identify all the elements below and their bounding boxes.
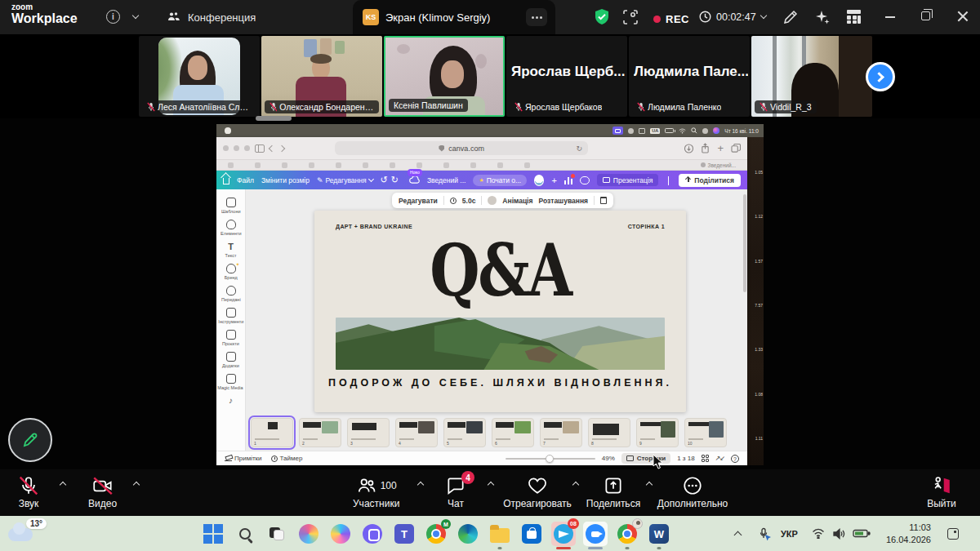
canva-file-menu[interactable]: Файл bbox=[237, 176, 254, 184]
video-tile-lyudmila[interactable]: Людмила Пале... Людмила Паленко bbox=[629, 36, 750, 117]
canva-resize-menu[interactable]: Змінити розмір bbox=[261, 176, 310, 184]
chrome-app[interactable]: M bbox=[424, 522, 448, 546]
copilot-app[interactable] bbox=[328, 522, 353, 546]
chat-options-chevron[interactable] bbox=[488, 482, 494, 488]
edit-button[interactable]: Редагувати bbox=[399, 197, 438, 205]
bookmark-favicon[interactable] bbox=[228, 162, 234, 168]
canva-editing-menu[interactable]: ✎ Редагування bbox=[317, 176, 373, 184]
new-tab-icon[interactable]: + bbox=[717, 142, 724, 154]
zoom-slider-knob[interactable] bbox=[546, 455, 554, 463]
react-button[interactable]: Отреагировать bbox=[500, 475, 575, 509]
tray-mic-icon[interactable] bbox=[758, 516, 771, 551]
undo-redo-icons[interactable]: ↺↻ bbox=[381, 175, 402, 185]
slide-caption[interactable]: ПОДОРОЖ ДО СЕБЕ. ШЛЯХИ ВІДНОВЛЕННЯ. bbox=[314, 377, 686, 389]
sidebar-item-uploads[interactable]: Передані bbox=[216, 284, 246, 304]
address-bar[interactable]: canva.com ↻ bbox=[335, 141, 588, 155]
slide-thumbnail[interactable]: 9 bbox=[636, 418, 679, 447]
slide-thumbnail[interactable]: 1 bbox=[251, 418, 293, 447]
share-icon[interactable] bbox=[701, 143, 710, 153]
task-view[interactable] bbox=[265, 522, 289, 546]
paint-app[interactable] bbox=[296, 522, 321, 546]
next-participants-arrow[interactable] bbox=[866, 62, 895, 91]
slide-thumbnail[interactable]: 2 bbox=[299, 418, 341, 447]
slide-canvas[interactable]: ДАРТ + BRAND UKRAINE СТОРІНКА 1 Q&A bbox=[314, 211, 686, 412]
more-button[interactable]: Дополнительно bbox=[653, 475, 732, 509]
sidebar-item-apps[interactable]: Додатки bbox=[216, 350, 246, 370]
bookmark-favicon[interactable] bbox=[416, 162, 422, 168]
download-icon[interactable] bbox=[684, 144, 693, 153]
insights-chart-icon[interactable] bbox=[564, 176, 573, 184]
document-name[interactable]: Зведений ... bbox=[427, 176, 466, 184]
timer-button[interactable]: Таймер bbox=[271, 455, 303, 462]
start-button[interactable] bbox=[201, 522, 225, 546]
position-button[interactable]: Розташування bbox=[538, 197, 588, 205]
video-tile-lesya[interactable]: Леся Анатоліївна Сла... bbox=[139, 36, 260, 117]
tray-overflow-chevron[interactable] bbox=[735, 516, 741, 551]
back-icon[interactable] bbox=[269, 144, 275, 151]
pages-view-button[interactable]: Сторінки bbox=[621, 453, 670, 464]
bookmark-item[interactable]: Зведений... bbox=[701, 162, 736, 168]
canva-start-button[interactable]: ★ Почати о... bbox=[473, 175, 527, 186]
teams-app[interactable]: T bbox=[392, 522, 416, 546]
video-button[interactable]: Видео bbox=[88, 475, 117, 509]
slide-thumbnail[interactable]: 10 bbox=[684, 418, 727, 447]
restore-button[interactable] bbox=[921, 11, 930, 20]
ai-companion-icon[interactable] bbox=[814, 9, 831, 25]
wifi-tray-icon[interactable] bbox=[812, 516, 825, 551]
bookmark-favicon[interactable] bbox=[255, 162, 261, 168]
bookmark-favicon[interactable] bbox=[309, 162, 314, 168]
delete-icon[interactable] bbox=[600, 197, 607, 204]
security-shield-icon[interactable] bbox=[594, 8, 610, 25]
user-account-icon[interactable] bbox=[702, 128, 708, 134]
zoom-slider[interactable] bbox=[506, 458, 595, 460]
chrome-profile-app[interactable] bbox=[615, 522, 639, 546]
apps-grid-icon[interactable] bbox=[846, 9, 862, 24]
bookmark-favicon[interactable] bbox=[443, 162, 449, 168]
forward-icon[interactable] bbox=[278, 144, 285, 151]
keyboard-layout-badge[interactable]: UA bbox=[650, 128, 660, 134]
leave-button[interactable]: Выйти bbox=[919, 475, 964, 509]
slide-thumbnail[interactable]: 7 bbox=[540, 418, 582, 447]
edge-app[interactable] bbox=[456, 522, 480, 546]
mac-clock[interactable]: Чт 16 кві. 11:0 bbox=[724, 128, 759, 134]
annotation-fab[interactable] bbox=[8, 418, 52, 462]
audio-options-chevron[interactable] bbox=[60, 482, 66, 488]
slide-thumbnail[interactable]: 4 bbox=[395, 418, 438, 447]
video-options-chevron[interactable] bbox=[133, 482, 140, 488]
minimize-button[interactable] bbox=[885, 16, 895, 18]
video-tile-oleksandr[interactable]: Олександр Бондаренко/... bbox=[261, 36, 382, 117]
tab-more-icon[interactable] bbox=[526, 8, 547, 26]
audio-button[interactable]: Звук bbox=[18, 475, 39, 509]
zoom-app-active[interactable] bbox=[583, 522, 608, 546]
spotlight-search-icon[interactable] bbox=[691, 127, 697, 134]
bookmark-favicon[interactable] bbox=[524, 162, 530, 168]
present-button[interactable]: Презентація bbox=[597, 174, 659, 186]
traffic-light-zoom[interactable] bbox=[244, 145, 250, 151]
word-app[interactable]: W bbox=[647, 522, 671, 546]
sidebar-item-magic-media[interactable]: Magic Media bbox=[216, 372, 246, 392]
fullscreen-icon[interactable]: ↗↙ bbox=[715, 455, 724, 462]
siri-icon[interactable] bbox=[713, 127, 719, 134]
slide-mountain-photo[interactable] bbox=[336, 318, 665, 370]
animate-button[interactable]: Анімація bbox=[502, 197, 532, 205]
collaborator-avatar[interactable] bbox=[534, 175, 544, 186]
duration-value[interactable]: 5.0с bbox=[462, 197, 476, 205]
sidebar-item-elements[interactable]: Елементи bbox=[216, 218, 246, 238]
wifi-icon[interactable] bbox=[679, 128, 686, 134]
sidebar-item-tools[interactable]: Інструменти bbox=[216, 306, 246, 326]
weather-widget[interactable]: 13° bbox=[8, 518, 51, 549]
video-tile-kseniya-active-speaker[interactable]: Ксенія Павлишин bbox=[384, 36, 505, 117]
slide-thumbnail[interactable]: 8 bbox=[588, 418, 630, 447]
traffic-light-close[interactable] bbox=[223, 145, 229, 151]
canva-share-button[interactable]: Поділитися bbox=[679, 174, 741, 187]
cloud-save-icon[interactable]: Ново bbox=[409, 176, 420, 185]
video-tile-viddil[interactable]: Viddil_R_3 bbox=[751, 36, 872, 117]
file-explorer[interactable] bbox=[488, 522, 512, 546]
grid-view-icon[interactable] bbox=[702, 455, 709, 462]
traffic-light-minimize[interactable] bbox=[234, 145, 239, 151]
share-options-chevron[interactable] bbox=[646, 482, 653, 488]
participants-button[interactable]: 100 Участники bbox=[353, 475, 399, 509]
bookmark-favicon[interactable] bbox=[363, 162, 368, 168]
tab-overview-icon[interactable] bbox=[731, 144, 741, 153]
battery-tray-icon[interactable] bbox=[853, 516, 871, 551]
